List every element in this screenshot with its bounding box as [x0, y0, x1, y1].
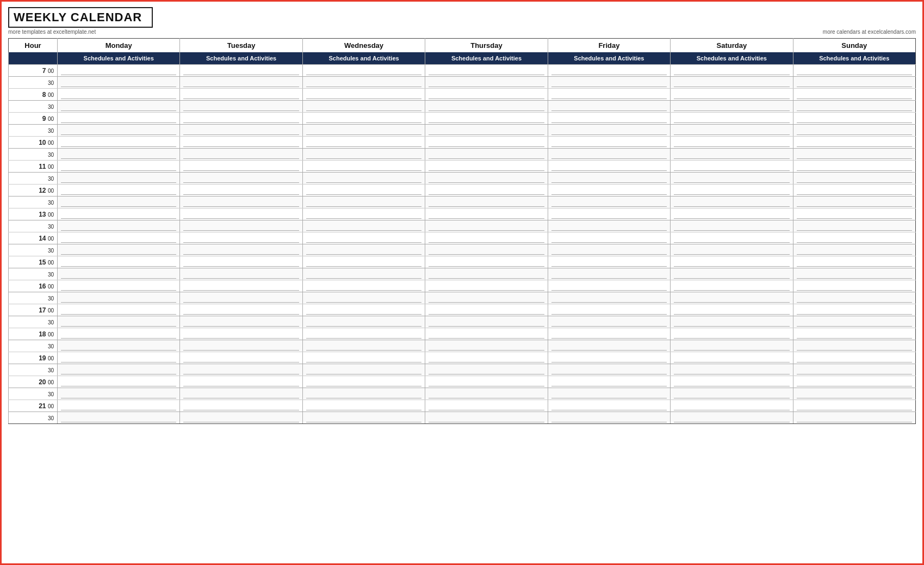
schedule-cell[interactable] — [302, 65, 425, 77]
schedule-cell[interactable] — [302, 220, 425, 232]
schedule-cell[interactable] — [425, 280, 548, 292]
schedule-cell[interactable] — [425, 412, 548, 424]
schedule-cell[interactable] — [302, 304, 425, 316]
schedule-cell[interactable] — [425, 101, 548, 113]
schedule-cell[interactable] — [180, 65, 302, 77]
schedule-cell[interactable] — [671, 137, 793, 149]
schedule-cell[interactable] — [425, 173, 548, 185]
schedule-cell[interactable] — [793, 256, 915, 268]
schedule-cell[interactable] — [671, 304, 793, 316]
schedule-cell[interactable] — [180, 208, 302, 220]
schedule-cell[interactable] — [425, 185, 548, 196]
schedule-cell[interactable] — [425, 65, 548, 77]
schedule-cell[interactable] — [180, 316, 302, 328]
schedule-cell[interactable] — [548, 280, 670, 292]
schedule-cell[interactable] — [302, 196, 425, 208]
schedule-cell[interactable] — [793, 185, 915, 196]
schedule-cell[interactable] — [302, 340, 425, 352]
schedule-cell[interactable] — [548, 244, 670, 256]
schedule-cell[interactable] — [425, 137, 548, 149]
schedule-cell[interactable] — [671, 232, 793, 244]
schedule-cell[interactable] — [793, 196, 915, 208]
schedule-cell[interactable] — [548, 125, 670, 137]
schedule-cell[interactable] — [548, 268, 670, 280]
schedule-cell[interactable] — [671, 364, 793, 376]
schedule-cell[interactable] — [180, 268, 302, 280]
schedule-cell[interactable] — [58, 328, 180, 340]
schedule-cell[interactable] — [671, 161, 793, 173]
schedule-cell[interactable] — [180, 244, 302, 256]
schedule-cell[interactable] — [793, 352, 915, 364]
schedule-cell[interactable] — [425, 364, 548, 376]
schedule-cell[interactable] — [671, 280, 793, 292]
schedule-cell[interactable] — [548, 89, 670, 101]
schedule-cell[interactable] — [58, 208, 180, 220]
schedule-cell[interactable] — [180, 101, 302, 113]
schedule-cell[interactable] — [548, 388, 670, 400]
schedule-cell[interactable] — [58, 77, 180, 89]
schedule-cell[interactable] — [671, 256, 793, 268]
schedule-cell[interactable] — [180, 292, 302, 304]
schedule-cell[interactable] — [425, 232, 548, 244]
schedule-cell[interactable] — [548, 113, 670, 125]
schedule-cell[interactable] — [180, 149, 302, 161]
schedule-cell[interactable] — [793, 280, 915, 292]
schedule-cell[interactable] — [425, 376, 548, 388]
schedule-cell[interactable] — [548, 328, 670, 340]
schedule-cell[interactable] — [548, 340, 670, 352]
schedule-cell[interactable] — [180, 77, 302, 89]
schedule-cell[interactable] — [302, 268, 425, 280]
schedule-cell[interactable] — [793, 400, 915, 412]
schedule-cell[interactable] — [58, 196, 180, 208]
schedule-cell[interactable] — [548, 185, 670, 196]
schedule-cell[interactable] — [180, 280, 302, 292]
schedule-cell[interactable] — [58, 364, 180, 376]
schedule-cell[interactable] — [671, 340, 793, 352]
schedule-cell[interactable] — [58, 65, 180, 77]
schedule-cell[interactable] — [58, 101, 180, 113]
schedule-cell[interactable] — [671, 400, 793, 412]
schedule-cell[interactable] — [548, 173, 670, 185]
schedule-cell[interactable] — [671, 412, 793, 424]
schedule-cell[interactable] — [425, 268, 548, 280]
schedule-cell[interactable] — [58, 220, 180, 232]
schedule-cell[interactable] — [180, 364, 302, 376]
schedule-cell[interactable] — [302, 328, 425, 340]
schedule-cell[interactable] — [548, 352, 670, 364]
schedule-cell[interactable] — [180, 256, 302, 268]
schedule-cell[interactable] — [58, 292, 180, 304]
schedule-cell[interactable] — [425, 388, 548, 400]
schedule-cell[interactable] — [548, 304, 670, 316]
schedule-cell[interactable] — [793, 340, 915, 352]
schedule-cell[interactable] — [793, 173, 915, 185]
schedule-cell[interactable] — [548, 220, 670, 232]
schedule-cell[interactable] — [425, 196, 548, 208]
schedule-cell[interactable] — [58, 185, 180, 196]
schedule-cell[interactable] — [425, 328, 548, 340]
schedule-cell[interactable] — [671, 244, 793, 256]
schedule-cell[interactable] — [425, 256, 548, 268]
schedule-cell[interactable] — [425, 89, 548, 101]
schedule-cell[interactable] — [793, 412, 915, 424]
schedule-cell[interactable] — [671, 77, 793, 89]
schedule-cell[interactable] — [425, 161, 548, 173]
schedule-cell[interactable] — [58, 280, 180, 292]
schedule-cell[interactable] — [180, 161, 302, 173]
schedule-cell[interactable] — [302, 376, 425, 388]
schedule-cell[interactable] — [671, 388, 793, 400]
schedule-cell[interactable] — [548, 101, 670, 113]
schedule-cell[interactable] — [180, 185, 302, 196]
schedule-cell[interactable] — [425, 292, 548, 304]
schedule-cell[interactable] — [425, 316, 548, 328]
schedule-cell[interactable] — [180, 388, 302, 400]
schedule-cell[interactable] — [548, 161, 670, 173]
schedule-cell[interactable] — [671, 376, 793, 388]
schedule-cell[interactable] — [671, 208, 793, 220]
schedule-cell[interactable] — [793, 316, 915, 328]
schedule-cell[interactable] — [671, 328, 793, 340]
schedule-cell[interactable] — [671, 113, 793, 125]
schedule-cell[interactable] — [302, 316, 425, 328]
schedule-cell[interactable] — [58, 232, 180, 244]
schedule-cell[interactable] — [180, 328, 302, 340]
schedule-cell[interactable] — [180, 125, 302, 137]
